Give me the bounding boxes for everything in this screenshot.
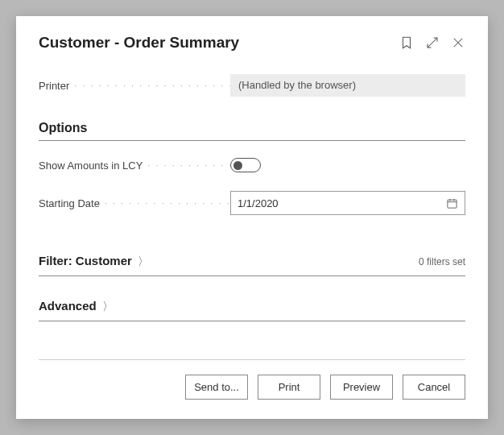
printer-field[interactable]: (Handled by the browser) [230,74,465,97]
send-to-button[interactable]: Send to... [185,375,248,400]
toggle-knob [233,161,242,170]
printer-row: Printer (Handled by the browser) [39,74,465,97]
starting-date-label: Starting Date [39,197,230,209]
starting-date-value [230,191,465,215]
dialog-header: Customer - Order Summary [39,34,465,52]
filter-customer-label: Filter: Customer [39,254,132,267]
starting-date-row: Starting Date [39,191,465,215]
printer-label: Printer [39,80,230,92]
report-request-dialog: Customer - Order Summary Printer (Handle… [16,16,488,419]
show-amounts-lcy-label: Show Amounts in LCY [39,160,230,172]
filter-customer-heading[interactable]: Filter: Customer 〉 0 filters set [39,254,465,276]
action-buttons: Send to... Print Preview Cancel [39,375,465,400]
svg-rect-0 [448,200,456,208]
dialog-title: Customer - Order Summary [39,34,239,52]
printer-value-wrap: (Handled by the browser) [230,74,465,97]
preview-button[interactable]: Preview [330,375,393,400]
chevron-right-icon: 〉 [138,255,149,267]
cancel-button[interactable]: Cancel [403,375,465,400]
calendar-icon[interactable] [446,197,458,209]
bookmark-icon[interactable] [399,35,414,50]
filter-count-hint: 0 filters set [419,256,465,267]
show-amounts-lcy-value [230,158,465,172]
footer-divider [39,359,465,360]
options-heading: Options [39,121,465,141]
advanced-heading[interactable]: Advanced 〉 [39,299,465,321]
starting-date-input[interactable] [238,197,446,209]
chevron-right-icon: 〉 [102,300,114,313]
show-amounts-lcy-row: Show Amounts in LCY [39,154,465,176]
advanced-label: Advanced [39,299,97,313]
starting-date-field-wrap [230,191,465,215]
header-controls [399,35,465,50]
expand-icon[interactable] [425,35,440,50]
close-icon[interactable] [451,35,465,50]
print-button[interactable]: Print [258,375,320,400]
show-amounts-lcy-toggle[interactable] [230,158,261,172]
